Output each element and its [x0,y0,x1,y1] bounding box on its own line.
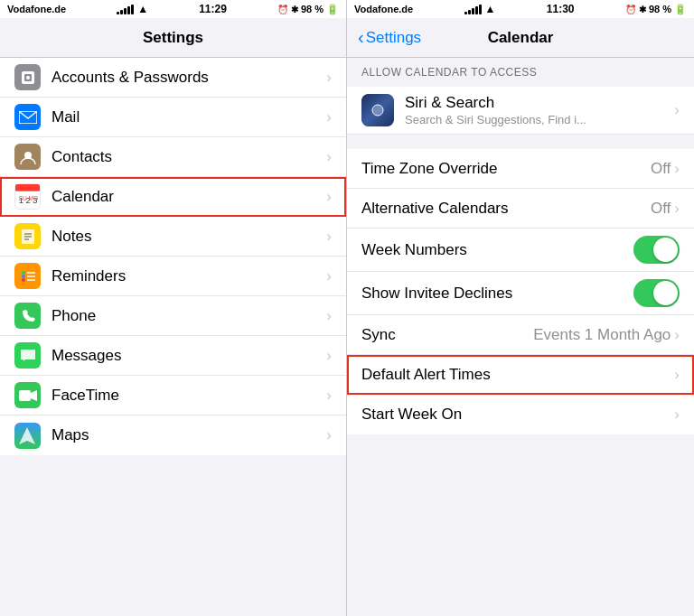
svg-point-16 [22,275,25,278]
wifi-icon: ▲ [137,3,148,15]
svg-marker-23 [19,427,35,444]
default-alert-title: Default Alert Times [361,366,674,384]
siri-title: Siri & Search [405,94,674,112]
right-battery-icon: 🔋 [674,4,687,15]
left-panel: Settings Accounts & Passwords › Mail › [0,18,347,616]
week-numbers-toggle[interactable] [633,236,680,264]
reminders-label: Reminders [52,267,323,285]
back-label: Settings [366,29,421,47]
contacts-chevron: › [326,148,332,166]
settings-item-reminders[interactable]: Reminders › [0,257,346,296]
facetime-icon [14,382,41,408]
siri-icon [361,94,394,126]
calendar-chevron: › [326,188,332,206]
right-signal-icon [464,4,482,14]
right-item-timezone[interactable]: Time Zone Override Off › [347,149,694,189]
settings-item-mail[interactable]: Mail › [0,98,346,137]
settings-list: Accounts & Passwords › Mail › Contacts › [0,58,346,616]
invitee-toggle-thumb [653,281,678,305]
week-numbers-toggle-thumb [653,238,678,262]
accounts-chevron: › [326,69,332,87]
invitee-toggle[interactable] [633,279,680,307]
siri-chevron: › [674,101,680,119]
right-panel: ‹ Settings Calendar ALLOW CALENDAR TO AC… [347,18,694,616]
right-alarm-icon: ⏰ [625,5,636,14]
calendar-icon: 1 2 3 SU MO TU [14,183,41,210]
mail-chevron: › [326,108,332,126]
phone-chevron: › [326,307,332,325]
messages-icon [14,342,41,369]
siri-text: Siri & Search Search & Siri Suggestions,… [405,94,674,126]
right-item-default-alert[interactable]: Default Alert Times › [347,355,694,395]
right-item-sync[interactable]: Sync Events 1 Month Ago › [347,315,694,355]
reminders-chevron: › [326,267,332,285]
right-wifi-icon: ▲ [485,3,496,15]
svg-point-15 [22,271,25,275]
right-carrier: Vodafone.de [354,4,413,14]
start-week-text: Start Week On [361,406,674,424]
status-bars: Vodafone.de ▲ 11:29 ⏰ ✱ 98 % 🔋 Vodafone.… [0,0,694,18]
right-item-start-week[interactable]: Start Week On › [347,395,694,434]
settings-item-notes[interactable]: Notes › [0,217,346,257]
maps-chevron: › [326,426,332,444]
left-panel-title: Settings [143,29,203,47]
right-bluetooth-icon: ✱ [639,5,646,14]
accounts-label: Accounts & Passwords [52,69,323,87]
left-nav-header: Settings [0,18,346,58]
default-alert-chevron: › [674,366,680,384]
maps-icon [14,423,41,449]
back-button[interactable]: ‹ Settings [358,28,421,48]
start-week-title: Start Week On [361,406,674,424]
facetime-chevron: › [326,387,332,405]
timezone-chevron: › [674,160,680,178]
svg-rect-8 [15,190,40,191]
left-status-bar: Vodafone.de ▲ 11:29 ⏰ ✱ 98 % 🔋 [0,0,347,18]
reminders-icon [14,263,41,289]
right-item-alt-calendars[interactable]: Alternative Calendars Off › [347,189,694,229]
left-carrier: Vodafone.de [7,4,66,14]
notes-label: Notes [52,228,323,246]
bluetooth-icon: ✱ [291,5,298,14]
facetime-label: FaceTime [52,387,323,405]
notes-chevron: › [326,228,332,246]
invitee-title: Show Invitee Declines [361,285,633,303]
default-alert-text: Default Alert Times [361,366,674,384]
right-battery: 98 % [649,4,671,14]
accounts-icon [14,64,41,90]
week-numbers-text: Week Numbers [361,241,633,259]
left-signal-icon [117,4,134,14]
mail-label: Mail [52,108,323,126]
section-header-text: ALLOW CALENDAR TO ACCESS [361,66,537,79]
settings-item-phone[interactable]: Phone › [0,296,346,336]
svg-text:SU MO TU: SU MO TU [19,195,40,201]
phone-icon [14,303,41,329]
notes-icon [14,223,41,249]
sync-text: Sync [361,326,533,344]
timezone-title: Time Zone Override [361,160,651,178]
maps-label: Maps [52,426,323,444]
back-chevron-icon: ‹ [358,27,364,48]
alarm-icon: ⏰ [277,5,288,14]
settings-item-accounts[interactable]: Accounts & Passwords › [0,58,346,98]
right-item-invitee[interactable]: Show Invitee Declines [347,272,694,315]
left-battery-icon: 🔋 [326,4,339,15]
left-status-icons: ▲ [117,3,148,15]
timezone-text: Time Zone Override [361,160,651,178]
alt-calendars-chevron: › [674,200,680,218]
right-item-week-numbers[interactable]: Week Numbers [347,229,694,272]
sync-title: Sync [361,326,533,344]
settings-item-calendar[interactable]: 1 2 3 SU MO TU Calendar › [0,177,346,217]
right-status-icons: ▲ [464,3,496,15]
settings-item-contacts[interactable]: Contacts › [0,137,346,177]
contacts-label: Contacts [52,148,323,166]
settings-item-maps[interactable]: Maps › [0,415,346,455]
start-week-chevron: › [674,406,680,424]
settings-item-messages[interactable]: Messages › [0,336,346,376]
week-numbers-title: Week Numbers [361,241,633,259]
mail-icon [14,104,41,130]
separator-1 [347,135,694,149]
settings-item-facetime[interactable]: FaceTime › [0,376,346,415]
right-item-siri[interactable]: Siri & Search Search & Siri Suggestions,… [347,87,694,135]
alt-calendars-text: Alternative Calendars [361,200,651,218]
svg-rect-21 [19,390,31,401]
